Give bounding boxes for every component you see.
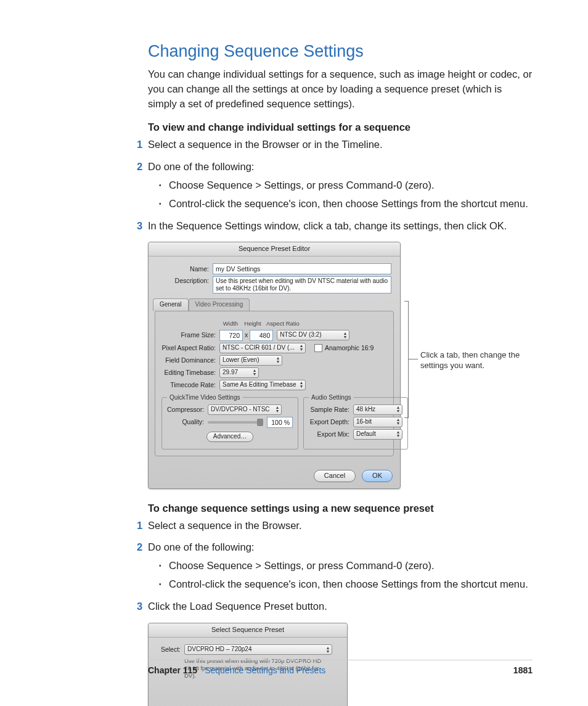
page-footer: Chapter 115 Sequence Settings and Preset… [148, 660, 533, 676]
quality-value[interactable]: 100 % [267, 417, 293, 428]
col-width: Width [219, 319, 242, 328]
col-height: Height [242, 319, 264, 328]
desc-input[interactable]: Use this preset when editing with DV NTS… [213, 276, 391, 293]
compressor-select[interactable]: DV/DVCPRO - NTSC▴▾ [208, 404, 282, 415]
cancel-button[interactable]: Cancel [314, 470, 356, 482]
step-3: 3Click the Load Sequence Preset button. [148, 599, 533, 614]
step-text: Select a sequence in the Browser. [148, 520, 301, 531]
intro-paragraph: You can change individual settings for a… [148, 67, 533, 112]
preset-select[interactable]: DVCPRO HD – 720p24▴▾ [184, 644, 332, 655]
field-select[interactable]: Lower (Even)▴▾ [219, 355, 282, 366]
sequence-preset-editor-dialog: Sequence Preset Editor Name: my DV Setti… [148, 242, 401, 488]
anamorphic-checkbox[interactable] [314, 344, 322, 352]
frame-x: x [243, 330, 250, 340]
select-label: Select: [155, 645, 184, 654]
aspect-select[interactable]: NTSC DV (3:2)▴▾ [277, 330, 349, 340]
quality-label: Quality: [167, 417, 208, 427]
par-select[interactable]: NTSC - CCIR 601 / DV (...▴▾ [219, 343, 306, 353]
compressor-label: Compressor: [167, 405, 208, 414]
chapter-number: Chapter 115 [148, 664, 197, 676]
step-2-bullet: Choose Sequence > Settings, or press Com… [159, 178, 533, 193]
advanced-button[interactable]: Advanced… [206, 432, 253, 442]
dialog-title: Select Sequence Preset [149, 623, 347, 638]
tab-general[interactable]: General [153, 298, 189, 311]
step-1: 1Select a sequence in the Browser or in … [148, 138, 533, 152]
timebase-select[interactable]: 29.97▴▾ [219, 367, 259, 378]
depth-select[interactable]: 16-bit▴▾ [353, 417, 402, 427]
step-1: 1Select a sequence in the Browser. [148, 519, 533, 533]
audio-legend: Audio Settings [309, 393, 354, 403]
quality-slider[interactable] [208, 419, 263, 426]
col-aspect: Aspect Ratio [266, 319, 300, 328]
mix-select[interactable]: Default▴▾ [353, 429, 402, 440]
frame-size-label: Frame Size: [161, 330, 219, 340]
procedure-a-heading: To view and change individual settings f… [148, 120, 533, 135]
step-2: 2Do one of the following: Choose Sequenc… [148, 160, 533, 211]
desc-label: Description: [155, 276, 213, 285]
mix-label: Export Mix: [309, 430, 353, 439]
dialog-title: Sequence Preset Editor [149, 242, 400, 257]
step-text: Do one of the following: [148, 541, 254, 552]
ok-button[interactable]: OK [362, 470, 393, 482]
sample-label: Sample Rate: [309, 405, 353, 414]
step-2-bullet: Choose Sequence > Settings, or press Com… [159, 559, 533, 573]
frame-height-input[interactable]: 480 [250, 330, 273, 341]
section-title: Changing Sequence Settings [148, 39, 533, 64]
procedure-b-heading: To change sequence settings using a new … [148, 501, 533, 516]
callout-bracket [404, 301, 409, 418]
field-label: Field Dominance: [161, 356, 219, 365]
timebase-label: Editing Timebase: [161, 368, 219, 377]
step-3: 3In the Sequence Settings window, click … [148, 219, 533, 234]
name-input[interactable]: my DV Settings [213, 263, 391, 274]
tab-video-processing[interactable]: Video Processing [189, 298, 250, 311]
name-label: Name: [155, 265, 213, 274]
page-number: 1881 [513, 664, 533, 676]
tcrate-select[interactable]: Same As Editing Timebase▴▾ [219, 380, 306, 390]
sample-select[interactable]: 48 kHz▴▾ [353, 404, 402, 415]
anamorphic-label: Anamorphic 16:9 [325, 344, 374, 351]
qt-legend: QuickTime Video Settings [167, 393, 243, 403]
step-text: Click the Load Sequence Preset button. [148, 601, 327, 612]
chapter-title: Sequence Settings and Presets [205, 664, 325, 676]
step-text: Select a sequence in the Browser or in t… [148, 139, 383, 150]
step-2: 2Do one of the following: Choose Sequenc… [148, 540, 533, 592]
step-text: In the Sequence Settings window, click a… [148, 220, 507, 231]
callout-text: Click a tab, then change the settings yo… [420, 350, 525, 371]
callout-line [408, 359, 418, 359]
tcrate-label: Timecode Rate: [161, 380, 219, 390]
step-text: Do one of the following: [148, 161, 254, 172]
step-2-bullet: Control-click the sequence's icon, then … [159, 577, 533, 592]
depth-label: Export Depth: [309, 417, 353, 427]
step-2-bullet: Control-click the sequence's icon, then … [159, 197, 533, 211]
frame-width-input[interactable]: 720 [219, 330, 243, 341]
par-label: Pixel Aspect Ratio: [161, 343, 219, 353]
